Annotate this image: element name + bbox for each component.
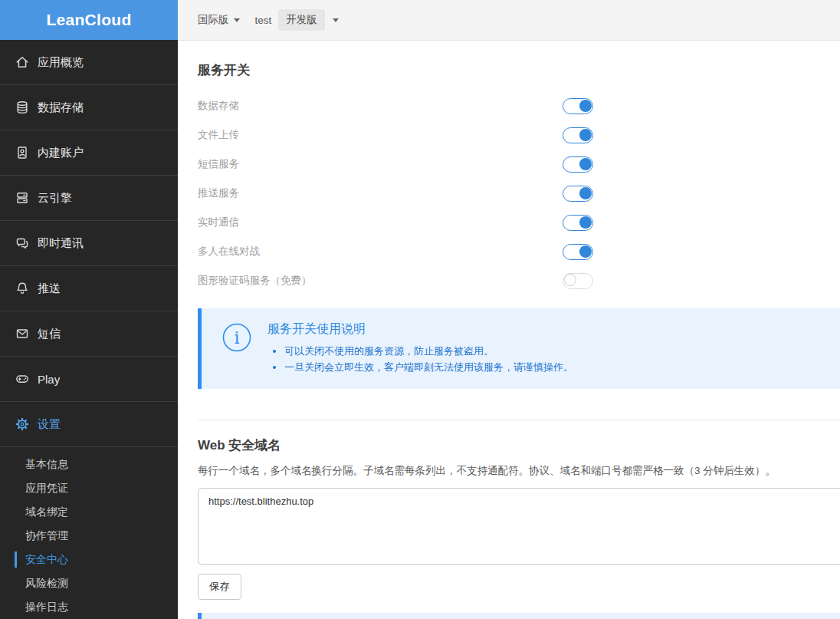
notice-bullet: 一旦关闭会立即生效，客户端即刻无法使用该服务，请谨慎操作。 — [284, 359, 573, 375]
sidebar-item-label: 数据存储 — [38, 100, 84, 115]
sidebar-item-label: 设置 — [38, 417, 61, 432]
switch-label-captcha: 图形验证码服务（免费） — [198, 274, 312, 288]
info-circle-icon: i — [222, 323, 251, 352]
section-divider — [198, 420, 840, 420]
region-dropdown[interactable]: 国际版 — [198, 13, 240, 27]
subitem-collaboration[interactable]: 协作管理 — [0, 524, 178, 548]
toggle-knob — [579, 158, 592, 170]
web-domain-title: Web 安全域名 — [198, 436, 840, 454]
toggle-knob — [579, 245, 592, 258]
toggle-data-storage[interactable] — [563, 98, 593, 114]
subitem-label: 操作日志 — [25, 601, 68, 613]
env-badge: 开发版 — [278, 9, 325, 31]
service-switch-row: 图形验证码服务（免费） — [198, 266, 593, 295]
toggle-multiplayer[interactable] — [563, 244, 593, 260]
subitem-label: 风险检测 — [25, 577, 68, 589]
service-switch-row: 数据存储 — [198, 91, 593, 120]
sidebar-item-play[interactable]: Play — [0, 357, 178, 402]
service-switch-notice: i 服务开关使用说明 可以关闭不使用的服务资源，防止服务被盗用。 一旦关闭会立即… — [198, 308, 840, 389]
sidebar-item-label: 云引擎 — [38, 191, 72, 206]
toggle-knob — [579, 129, 592, 141]
subitem-operation-log[interactable]: 操作日志 — [0, 595, 178, 619]
notice-bullet-list: 可以关闭不使用的服务资源，防止服务被盗用。 一旦关闭会立即生效，客户端即刻无法使… — [267, 343, 573, 376]
subitem-security-center[interactable]: 安全中心 — [0, 548, 178, 571]
gamepad-icon — [15, 371, 30, 387]
web-domain-description: 每行一个域名，多个域名换行分隔。子域名需每条列出，不支持通配符。协议、域名和端口… — [198, 464, 840, 478]
envelope-icon — [15, 326, 30, 341]
switch-label-multiplayer: 多人在线对战 — [198, 245, 260, 258]
service-switch-row: 文件上传 — [198, 120, 593, 150]
toggle-realtime[interactable] — [563, 215, 593, 231]
chat-icon — [15, 235, 30, 251]
service-switch-row: 实时通信 — [198, 208, 593, 237]
service-switch-row: 多人在线对战 — [198, 237, 593, 266]
sidebar-item-engine[interactable]: 云引擎 — [0, 176, 178, 221]
database-icon — [15, 100, 30, 115]
switch-label-sms-service: 短信服务 — [198, 157, 239, 171]
sidebar-item-label: 短信 — [38, 327, 61, 341]
gear-icon — [15, 417, 30, 432]
service-switches-title: 服务开关 — [198, 61, 840, 79]
service-switch-row: 短信服务 — [198, 150, 593, 179]
toggle-knob — [579, 216, 592, 229]
notice-bullet: 可以关闭不使用的服务资源，防止服务被盗用。 — [284, 343, 573, 359]
toggle-knob — [579, 100, 592, 112]
subitem-label: 应用凭证 — [25, 482, 68, 494]
sidebar-item-im[interactable]: 即时通讯 — [0, 221, 178, 266]
subitem-domain-binding[interactable]: 域名绑定 — [0, 500, 178, 524]
service-switch-list: 数据存储 文件上传 短信服务 推送服务 实时通信 多人在线对战 图形验证码服务（… — [198, 91, 593, 295]
chevron-down-icon — [234, 18, 240, 22]
topbar: 国际版 test 开发版 — [178, 0, 840, 41]
switch-label-push-service: 推送服务 — [198, 186, 239, 200]
subitem-risk-detection[interactable]: 风险检测 — [0, 571, 178, 595]
sidebar-item-storage[interactable]: 数据存储 — [0, 85, 178, 130]
server-icon — [15, 190, 30, 206]
notice-body: 服务开关使用说明 可以关闭不使用的服务资源，防止服务被盗用。 一旦关闭会立即生效… — [267, 321, 573, 376]
subitem-label: 安全中心 — [25, 553, 68, 565]
chevron-down-icon — [333, 18, 339, 22]
user-card-icon — [15, 145, 30, 160]
sidebar-item-label: 内建账户 — [38, 146, 84, 160]
app-name: test — [255, 15, 272, 26]
subitem-label: 域名绑定 — [25, 505, 68, 518]
toggle-push-service[interactable] — [563, 186, 593, 202]
toggle-file-upload[interactable] — [563, 127, 593, 143]
subitem-app-credentials[interactable]: 应用凭证 — [0, 476, 178, 500]
settings-subnav: 基本信息 应用凭证 域名绑定 协作管理 安全中心 风险检测 操作日志 — [0, 447, 178, 619]
sidebar-item-label: Play — [38, 373, 60, 386]
svg-text:i: i — [234, 328, 239, 347]
switch-label-realtime: 实时通信 — [198, 216, 239, 229]
env-dropdown[interactable] — [333, 18, 339, 22]
leancloud-logo[interactable]: LeanCloud — [0, 0, 178, 40]
switch-label-data-storage: 数据存储 — [198, 99, 239, 113]
sidebar: LeanCloud 应用概览 数据存储 内建账户 — [0, 0, 178, 619]
sidebar-item-label: 即时通讯 — [38, 236, 84, 251]
sidebar-item-push[interactable]: 推送 — [0, 266, 178, 311]
sidebar-item-overview[interactable]: 应用概览 — [0, 40, 178, 85]
toggle-knob — [564, 274, 576, 286]
toggle-knob — [579, 187, 592, 199]
main-content: 服务开关 数据存储 文件上传 短信服务 推送服务 实时通信 多人在线对战 图形验… — [178, 41, 840, 619]
switch-label-file-upload: 文件上传 — [198, 128, 239, 142]
sidebar-item-sms[interactable]: 短信 — [0, 311, 178, 357]
region-label: 国际版 — [198, 13, 229, 27]
sidebar-item-settings[interactable]: 设置 — [0, 402, 178, 447]
toggle-captcha[interactable] — [563, 273, 593, 289]
service-switch-row: 推送服务 — [198, 179, 593, 208]
sidebar-item-accounts[interactable]: 内建账户 — [0, 130, 178, 176]
save-button[interactable]: 保存 — [198, 574, 241, 600]
subitem-label: 协作管理 — [25, 529, 68, 542]
subitem-basic-info[interactable]: 基本信息 — [0, 453, 178, 476]
security-domain-notice: i 设置安全域名请注意 — [198, 613, 840, 619]
notice-title: 服务开关使用说明 — [267, 321, 573, 337]
bell-icon — [15, 281, 30, 296]
security-domains-textarea[interactable]: https://test.blithezhu.top — [198, 488, 840, 565]
sidebar-item-label: 推送 — [38, 282, 61, 296]
home-icon — [15, 54, 30, 70]
sidebar-item-label: 应用概览 — [38, 55, 84, 70]
toggle-sms-service[interactable] — [563, 156, 593, 173]
subitem-label: 基本信息 — [25, 458, 68, 470]
